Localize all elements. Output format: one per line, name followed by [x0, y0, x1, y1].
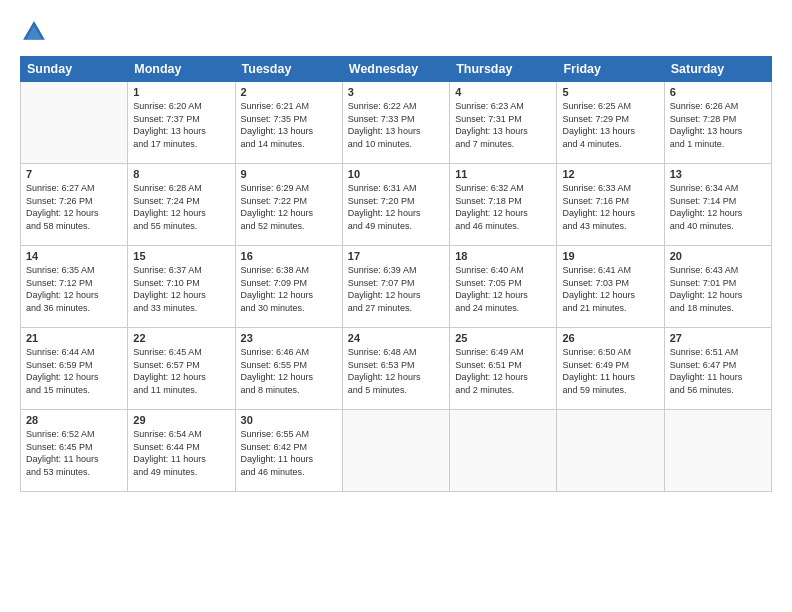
day-number: 27 [670, 332, 766, 344]
cell-info: Sunrise: 6:33 AM Sunset: 7:16 PM Dayligh… [562, 182, 658, 232]
calendar-week-row: 21Sunrise: 6:44 AM Sunset: 6:59 PM Dayli… [21, 328, 772, 410]
calendar-cell: 20Sunrise: 6:43 AM Sunset: 7:01 PM Dayli… [664, 246, 771, 328]
day-number: 5 [562, 86, 658, 98]
day-number: 13 [670, 168, 766, 180]
calendar-cell: 16Sunrise: 6:38 AM Sunset: 7:09 PM Dayli… [235, 246, 342, 328]
cell-info: Sunrise: 6:37 AM Sunset: 7:10 PM Dayligh… [133, 264, 229, 314]
day-number: 26 [562, 332, 658, 344]
calendar-cell: 8Sunrise: 6:28 AM Sunset: 7:24 PM Daylig… [128, 164, 235, 246]
day-number: 6 [670, 86, 766, 98]
day-number: 1 [133, 86, 229, 98]
calendar-cell: 26Sunrise: 6:50 AM Sunset: 6:49 PM Dayli… [557, 328, 664, 410]
cell-info: Sunrise: 6:51 AM Sunset: 6:47 PM Dayligh… [670, 346, 766, 396]
cell-info: Sunrise: 6:43 AM Sunset: 7:01 PM Dayligh… [670, 264, 766, 314]
calendar-cell: 14Sunrise: 6:35 AM Sunset: 7:12 PM Dayli… [21, 246, 128, 328]
day-number: 19 [562, 250, 658, 262]
cell-info: Sunrise: 6:41 AM Sunset: 7:03 PM Dayligh… [562, 264, 658, 314]
calendar-cell: 15Sunrise: 6:37 AM Sunset: 7:10 PM Dayli… [128, 246, 235, 328]
calendar-cell: 28Sunrise: 6:52 AM Sunset: 6:45 PM Dayli… [21, 410, 128, 492]
cell-info: Sunrise: 6:44 AM Sunset: 6:59 PM Dayligh… [26, 346, 122, 396]
logo [20, 18, 52, 46]
calendar-cell: 29Sunrise: 6:54 AM Sunset: 6:44 PM Dayli… [128, 410, 235, 492]
day-number: 24 [348, 332, 444, 344]
calendar-cell: 11Sunrise: 6:32 AM Sunset: 7:18 PM Dayli… [450, 164, 557, 246]
calendar-cell: 6Sunrise: 6:26 AM Sunset: 7:28 PM Daylig… [664, 82, 771, 164]
calendar-cell: 5Sunrise: 6:25 AM Sunset: 7:29 PM Daylig… [557, 82, 664, 164]
calendar-cell: 2Sunrise: 6:21 AM Sunset: 7:35 PM Daylig… [235, 82, 342, 164]
calendar-cell [21, 82, 128, 164]
day-number: 9 [241, 168, 337, 180]
calendar-week-row: 28Sunrise: 6:52 AM Sunset: 6:45 PM Dayli… [21, 410, 772, 492]
day-number: 22 [133, 332, 229, 344]
logo-icon [20, 18, 48, 46]
day-number: 11 [455, 168, 551, 180]
weekday-header: Tuesday [235, 57, 342, 82]
cell-info: Sunrise: 6:46 AM Sunset: 6:55 PM Dayligh… [241, 346, 337, 396]
day-number: 30 [241, 414, 337, 426]
day-number: 20 [670, 250, 766, 262]
day-number: 28 [26, 414, 122, 426]
day-number: 18 [455, 250, 551, 262]
calendar-cell: 18Sunrise: 6:40 AM Sunset: 7:05 PM Dayli… [450, 246, 557, 328]
day-number: 15 [133, 250, 229, 262]
calendar-cell: 9Sunrise: 6:29 AM Sunset: 7:22 PM Daylig… [235, 164, 342, 246]
calendar-header-row: SundayMondayTuesdayWednesdayThursdayFrid… [21, 57, 772, 82]
page: SundayMondayTuesdayWednesdayThursdayFrid… [0, 0, 792, 612]
cell-info: Sunrise: 6:26 AM Sunset: 7:28 PM Dayligh… [670, 100, 766, 150]
calendar-table: SundayMondayTuesdayWednesdayThursdayFrid… [20, 56, 772, 492]
cell-info: Sunrise: 6:50 AM Sunset: 6:49 PM Dayligh… [562, 346, 658, 396]
day-number: 23 [241, 332, 337, 344]
cell-info: Sunrise: 6:27 AM Sunset: 7:26 PM Dayligh… [26, 182, 122, 232]
calendar-cell: 17Sunrise: 6:39 AM Sunset: 7:07 PM Dayli… [342, 246, 449, 328]
cell-info: Sunrise: 6:34 AM Sunset: 7:14 PM Dayligh… [670, 182, 766, 232]
day-number: 29 [133, 414, 229, 426]
calendar-cell: 23Sunrise: 6:46 AM Sunset: 6:55 PM Dayli… [235, 328, 342, 410]
cell-info: Sunrise: 6:40 AM Sunset: 7:05 PM Dayligh… [455, 264, 551, 314]
cell-info: Sunrise: 6:45 AM Sunset: 6:57 PM Dayligh… [133, 346, 229, 396]
day-number: 3 [348, 86, 444, 98]
day-number: 16 [241, 250, 337, 262]
cell-info: Sunrise: 6:55 AM Sunset: 6:42 PM Dayligh… [241, 428, 337, 478]
calendar-cell: 4Sunrise: 6:23 AM Sunset: 7:31 PM Daylig… [450, 82, 557, 164]
calendar-cell: 10Sunrise: 6:31 AM Sunset: 7:20 PM Dayli… [342, 164, 449, 246]
weekday-header: Sunday [21, 57, 128, 82]
day-number: 21 [26, 332, 122, 344]
calendar-cell: 19Sunrise: 6:41 AM Sunset: 7:03 PM Dayli… [557, 246, 664, 328]
cell-info: Sunrise: 6:39 AM Sunset: 7:07 PM Dayligh… [348, 264, 444, 314]
calendar-cell: 22Sunrise: 6:45 AM Sunset: 6:57 PM Dayli… [128, 328, 235, 410]
cell-info: Sunrise: 6:54 AM Sunset: 6:44 PM Dayligh… [133, 428, 229, 478]
cell-info: Sunrise: 6:28 AM Sunset: 7:24 PM Dayligh… [133, 182, 229, 232]
calendar-cell: 24Sunrise: 6:48 AM Sunset: 6:53 PM Dayli… [342, 328, 449, 410]
cell-info: Sunrise: 6:32 AM Sunset: 7:18 PM Dayligh… [455, 182, 551, 232]
cell-info: Sunrise: 6:48 AM Sunset: 6:53 PM Dayligh… [348, 346, 444, 396]
cell-info: Sunrise: 6:29 AM Sunset: 7:22 PM Dayligh… [241, 182, 337, 232]
calendar-week-row: 14Sunrise: 6:35 AM Sunset: 7:12 PM Dayli… [21, 246, 772, 328]
calendar-week-row: 7Sunrise: 6:27 AM Sunset: 7:26 PM Daylig… [21, 164, 772, 246]
weekday-header: Friday [557, 57, 664, 82]
calendar-cell: 27Sunrise: 6:51 AM Sunset: 6:47 PM Dayli… [664, 328, 771, 410]
cell-info: Sunrise: 6:35 AM Sunset: 7:12 PM Dayligh… [26, 264, 122, 314]
day-number: 17 [348, 250, 444, 262]
calendar-cell: 3Sunrise: 6:22 AM Sunset: 7:33 PM Daylig… [342, 82, 449, 164]
header [20, 18, 772, 46]
day-number: 8 [133, 168, 229, 180]
cell-info: Sunrise: 6:52 AM Sunset: 6:45 PM Dayligh… [26, 428, 122, 478]
calendar-cell [557, 410, 664, 492]
day-number: 12 [562, 168, 658, 180]
day-number: 14 [26, 250, 122, 262]
day-number: 7 [26, 168, 122, 180]
calendar-cell [342, 410, 449, 492]
cell-info: Sunrise: 6:25 AM Sunset: 7:29 PM Dayligh… [562, 100, 658, 150]
weekday-header: Monday [128, 57, 235, 82]
cell-info: Sunrise: 6:21 AM Sunset: 7:35 PM Dayligh… [241, 100, 337, 150]
calendar-week-row: 1Sunrise: 6:20 AM Sunset: 7:37 PM Daylig… [21, 82, 772, 164]
cell-info: Sunrise: 6:20 AM Sunset: 7:37 PM Dayligh… [133, 100, 229, 150]
day-number: 2 [241, 86, 337, 98]
calendar-cell: 7Sunrise: 6:27 AM Sunset: 7:26 PM Daylig… [21, 164, 128, 246]
calendar-cell: 1Sunrise: 6:20 AM Sunset: 7:37 PM Daylig… [128, 82, 235, 164]
calendar-cell: 21Sunrise: 6:44 AM Sunset: 6:59 PM Dayli… [21, 328, 128, 410]
cell-info: Sunrise: 6:31 AM Sunset: 7:20 PM Dayligh… [348, 182, 444, 232]
day-number: 4 [455, 86, 551, 98]
calendar-cell: 30Sunrise: 6:55 AM Sunset: 6:42 PM Dayli… [235, 410, 342, 492]
calendar-cell: 25Sunrise: 6:49 AM Sunset: 6:51 PM Dayli… [450, 328, 557, 410]
